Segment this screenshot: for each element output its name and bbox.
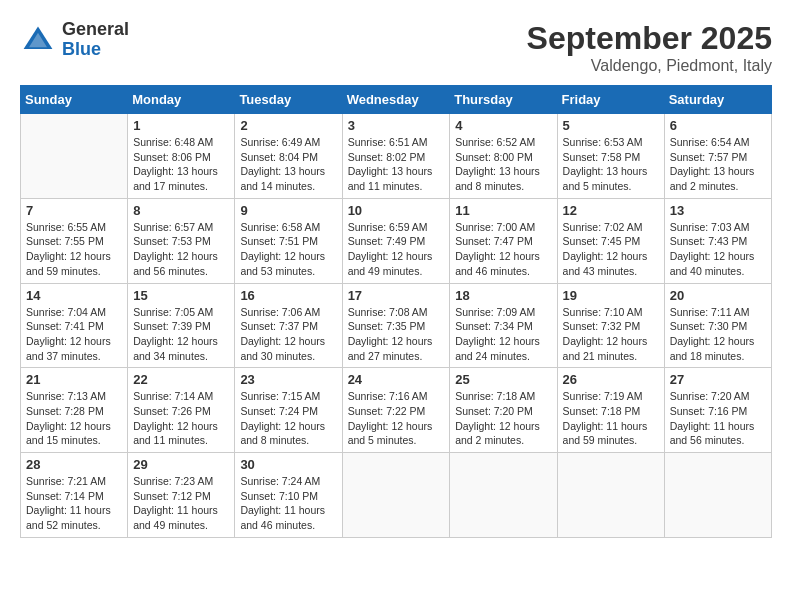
- day-number: 2: [240, 118, 336, 133]
- day-info: Sunrise: 6:49 AMSunset: 8:04 PMDaylight:…: [240, 135, 336, 194]
- calendar-cell: 8Sunrise: 6:57 AMSunset: 7:53 PMDaylight…: [128, 198, 235, 283]
- weekday-header: Tuesday: [235, 86, 342, 114]
- day-info: Sunrise: 6:57 AMSunset: 7:53 PMDaylight:…: [133, 220, 229, 279]
- calendar-header-row: SundayMondayTuesdayWednesdayThursdayFrid…: [21, 86, 772, 114]
- calendar-week-row: 7Sunrise: 6:55 AMSunset: 7:55 PMDaylight…: [21, 198, 772, 283]
- day-number: 10: [348, 203, 445, 218]
- calendar-week-row: 21Sunrise: 7:13 AMSunset: 7:28 PMDayligh…: [21, 368, 772, 453]
- day-number: 30: [240, 457, 336, 472]
- day-number: 24: [348, 372, 445, 387]
- day-info: Sunrise: 7:15 AMSunset: 7:24 PMDaylight:…: [240, 389, 336, 448]
- calendar-cell: 22Sunrise: 7:14 AMSunset: 7:26 PMDayligh…: [128, 368, 235, 453]
- day-info: Sunrise: 7:05 AMSunset: 7:39 PMDaylight:…: [133, 305, 229, 364]
- calendar-cell: 23Sunrise: 7:15 AMSunset: 7:24 PMDayligh…: [235, 368, 342, 453]
- day-number: 21: [26, 372, 122, 387]
- calendar-cell: 9Sunrise: 6:58 AMSunset: 7:51 PMDaylight…: [235, 198, 342, 283]
- day-number: 20: [670, 288, 766, 303]
- day-number: 11: [455, 203, 551, 218]
- location: Valdengo, Piedmont, Italy: [527, 57, 772, 75]
- day-number: 28: [26, 457, 122, 472]
- calendar-cell: 2Sunrise: 6:49 AMSunset: 8:04 PMDaylight…: [235, 114, 342, 199]
- day-number: 12: [563, 203, 659, 218]
- calendar-week-row: 28Sunrise: 7:21 AMSunset: 7:14 PMDayligh…: [21, 453, 772, 538]
- calendar-cell: 28Sunrise: 7:21 AMSunset: 7:14 PMDayligh…: [21, 453, 128, 538]
- calendar-cell: 19Sunrise: 7:10 AMSunset: 7:32 PMDayligh…: [557, 283, 664, 368]
- calendar-cell: [664, 453, 771, 538]
- day-info: Sunrise: 7:06 AMSunset: 7:37 PMDaylight:…: [240, 305, 336, 364]
- page-header: General Blue September 2025 Valdengo, Pi…: [20, 20, 772, 75]
- day-info: Sunrise: 7:10 AMSunset: 7:32 PMDaylight:…: [563, 305, 659, 364]
- calendar-cell: 29Sunrise: 7:23 AMSunset: 7:12 PMDayligh…: [128, 453, 235, 538]
- day-info: Sunrise: 7:03 AMSunset: 7:43 PMDaylight:…: [670, 220, 766, 279]
- day-info: Sunrise: 7:09 AMSunset: 7:34 PMDaylight:…: [455, 305, 551, 364]
- day-info: Sunrise: 6:59 AMSunset: 7:49 PMDaylight:…: [348, 220, 445, 279]
- day-info: Sunrise: 6:53 AMSunset: 7:58 PMDaylight:…: [563, 135, 659, 194]
- calendar-cell: [557, 453, 664, 538]
- day-number: 25: [455, 372, 551, 387]
- calendar-cell: 14Sunrise: 7:04 AMSunset: 7:41 PMDayligh…: [21, 283, 128, 368]
- calendar-cell: 16Sunrise: 7:06 AMSunset: 7:37 PMDayligh…: [235, 283, 342, 368]
- calendar-cell: 4Sunrise: 6:52 AMSunset: 8:00 PMDaylight…: [450, 114, 557, 199]
- day-number: 14: [26, 288, 122, 303]
- day-info: Sunrise: 7:14 AMSunset: 7:26 PMDaylight:…: [133, 389, 229, 448]
- day-info: Sunrise: 6:58 AMSunset: 7:51 PMDaylight:…: [240, 220, 336, 279]
- day-info: Sunrise: 7:16 AMSunset: 7:22 PMDaylight:…: [348, 389, 445, 448]
- calendar-cell: 6Sunrise: 6:54 AMSunset: 7:57 PMDaylight…: [664, 114, 771, 199]
- day-info: Sunrise: 7:00 AMSunset: 7:47 PMDaylight:…: [455, 220, 551, 279]
- day-number: 1: [133, 118, 229, 133]
- calendar-cell: [450, 453, 557, 538]
- day-info: Sunrise: 7:04 AMSunset: 7:41 PMDaylight:…: [26, 305, 122, 364]
- calendar-cell: 21Sunrise: 7:13 AMSunset: 7:28 PMDayligh…: [21, 368, 128, 453]
- calendar-cell: 5Sunrise: 6:53 AMSunset: 7:58 PMDaylight…: [557, 114, 664, 199]
- calendar-cell: 26Sunrise: 7:19 AMSunset: 7:18 PMDayligh…: [557, 368, 664, 453]
- calendar-cell: 12Sunrise: 7:02 AMSunset: 7:45 PMDayligh…: [557, 198, 664, 283]
- day-info: Sunrise: 6:55 AMSunset: 7:55 PMDaylight:…: [26, 220, 122, 279]
- calendar-cell: 7Sunrise: 6:55 AMSunset: 7:55 PMDaylight…: [21, 198, 128, 283]
- calendar-table: SundayMondayTuesdayWednesdayThursdayFrid…: [20, 85, 772, 538]
- day-info: Sunrise: 6:54 AMSunset: 7:57 PMDaylight:…: [670, 135, 766, 194]
- calendar-cell: 24Sunrise: 7:16 AMSunset: 7:22 PMDayligh…: [342, 368, 450, 453]
- calendar-cell: 25Sunrise: 7:18 AMSunset: 7:20 PMDayligh…: [450, 368, 557, 453]
- day-number: 8: [133, 203, 229, 218]
- day-info: Sunrise: 6:48 AMSunset: 8:06 PMDaylight:…: [133, 135, 229, 194]
- calendar-cell: 30Sunrise: 7:24 AMSunset: 7:10 PMDayligh…: [235, 453, 342, 538]
- calendar-cell: 20Sunrise: 7:11 AMSunset: 7:30 PMDayligh…: [664, 283, 771, 368]
- calendar-cell: 27Sunrise: 7:20 AMSunset: 7:16 PMDayligh…: [664, 368, 771, 453]
- day-info: Sunrise: 7:21 AMSunset: 7:14 PMDaylight:…: [26, 474, 122, 533]
- day-info: Sunrise: 7:11 AMSunset: 7:30 PMDaylight:…: [670, 305, 766, 364]
- day-number: 15: [133, 288, 229, 303]
- weekday-header: Thursday: [450, 86, 557, 114]
- weekday-header: Saturday: [664, 86, 771, 114]
- day-number: 27: [670, 372, 766, 387]
- weekday-header: Sunday: [21, 86, 128, 114]
- day-info: Sunrise: 7:13 AMSunset: 7:28 PMDaylight:…: [26, 389, 122, 448]
- calendar-cell: 11Sunrise: 7:00 AMSunset: 7:47 PMDayligh…: [450, 198, 557, 283]
- title-block: September 2025 Valdengo, Piedmont, Italy: [527, 20, 772, 75]
- month-title: September 2025: [527, 20, 772, 57]
- day-number: 3: [348, 118, 445, 133]
- day-info: Sunrise: 7:23 AMSunset: 7:12 PMDaylight:…: [133, 474, 229, 533]
- calendar-cell: [21, 114, 128, 199]
- day-number: 23: [240, 372, 336, 387]
- day-number: 17: [348, 288, 445, 303]
- day-info: Sunrise: 7:18 AMSunset: 7:20 PMDaylight:…: [455, 389, 551, 448]
- day-info: Sunrise: 7:19 AMSunset: 7:18 PMDaylight:…: [563, 389, 659, 448]
- weekday-header: Friday: [557, 86, 664, 114]
- calendar-cell: 13Sunrise: 7:03 AMSunset: 7:43 PMDayligh…: [664, 198, 771, 283]
- day-info: Sunrise: 6:52 AMSunset: 8:00 PMDaylight:…: [455, 135, 551, 194]
- calendar-cell: 1Sunrise: 6:48 AMSunset: 8:06 PMDaylight…: [128, 114, 235, 199]
- day-info: Sunrise: 7:08 AMSunset: 7:35 PMDaylight:…: [348, 305, 445, 364]
- calendar-week-row: 14Sunrise: 7:04 AMSunset: 7:41 PMDayligh…: [21, 283, 772, 368]
- day-number: 5: [563, 118, 659, 133]
- day-number: 26: [563, 372, 659, 387]
- calendar-cell: 3Sunrise: 6:51 AMSunset: 8:02 PMDaylight…: [342, 114, 450, 199]
- day-number: 29: [133, 457, 229, 472]
- logo: General Blue: [20, 20, 129, 60]
- weekday-header: Wednesday: [342, 86, 450, 114]
- day-number: 16: [240, 288, 336, 303]
- weekday-header: Monday: [128, 86, 235, 114]
- day-number: 18: [455, 288, 551, 303]
- day-number: 19: [563, 288, 659, 303]
- day-info: Sunrise: 6:51 AMSunset: 8:02 PMDaylight:…: [348, 135, 445, 194]
- calendar-cell: [342, 453, 450, 538]
